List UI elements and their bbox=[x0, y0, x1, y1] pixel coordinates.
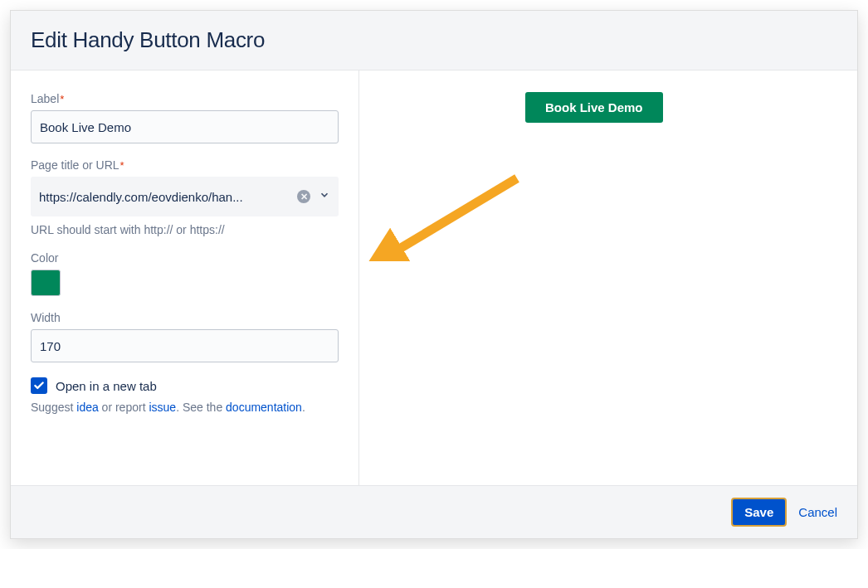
required-indicator: * bbox=[120, 159, 124, 172]
issue-link[interactable]: issue bbox=[149, 401, 176, 414]
label-input[interactable] bbox=[31, 110, 339, 143]
url-input-container[interactable]: https://calendly.com/eovdienko/han... ✕ bbox=[31, 177, 339, 216]
save-button[interactable]: Save bbox=[731, 498, 787, 527]
color-picker[interactable] bbox=[31, 270, 61, 296]
label-text: Label bbox=[31, 92, 59, 105]
url-help-text: URL should start with http:// or https:/… bbox=[31, 223, 339, 236]
form-footer-text: Suggest idea or report issue. See the do… bbox=[31, 401, 339, 414]
new-tab-checkbox[interactable] bbox=[31, 377, 47, 394]
color-field-group: Color bbox=[31, 251, 339, 296]
svg-line-1 bbox=[393, 178, 517, 253]
idea-link[interactable]: idea bbox=[76, 401, 98, 414]
color-field-label: Color bbox=[31, 251, 339, 265]
clear-icon[interactable]: ✕ bbox=[297, 190, 310, 203]
label-text: Page title or URL bbox=[31, 158, 119, 172]
footer-text-segment: . bbox=[302, 401, 305, 414]
new-tab-checkbox-row: Open in a new tab bbox=[31, 377, 339, 394]
cancel-button[interactable]: Cancel bbox=[798, 505, 837, 519]
arrow-annotation-icon bbox=[368, 95, 534, 261]
dialog-title: Edit Handy Button Macro bbox=[31, 27, 837, 53]
chevron-down-icon[interactable] bbox=[319, 189, 330, 204]
dialog-footer: Save Cancel bbox=[11, 485, 857, 538]
preview-demo-button[interactable]: Book Live Demo bbox=[525, 92, 663, 123]
form-panel: Label* Page title or URL* https://calend… bbox=[11, 70, 359, 485]
url-value: https://calendly.com/eovdienko/han... bbox=[39, 190, 297, 204]
footer-text-segment: . See the bbox=[176, 401, 226, 414]
url-field-group: Page title or URL* https://calendly.com/… bbox=[31, 158, 339, 236]
width-field-group: Width bbox=[31, 311, 339, 362]
preview-panel: Book Live Demo bbox=[359, 70, 857, 485]
footer-text-segment: or report bbox=[99, 401, 149, 414]
label-field-label: Label* bbox=[31, 92, 339, 105]
label-field-group: Label* bbox=[31, 92, 339, 143]
footer-text-segment: Suggest bbox=[31, 401, 76, 414]
required-indicator: * bbox=[60, 93, 64, 105]
new-tab-label: Open in a new tab bbox=[56, 379, 157, 393]
width-field-label: Width bbox=[31, 311, 339, 324]
documentation-link[interactable]: documentation bbox=[226, 401, 302, 414]
url-field-label: Page title or URL* bbox=[31, 158, 339, 172]
dialog-header: Edit Handy Button Macro bbox=[11, 11, 857, 70]
dialog-body: Label* Page title or URL* https://calend… bbox=[11, 70, 857, 485]
macro-edit-dialog: Edit Handy Button Macro Label* Page titl… bbox=[10, 10, 858, 539]
width-input[interactable] bbox=[31, 329, 339, 362]
